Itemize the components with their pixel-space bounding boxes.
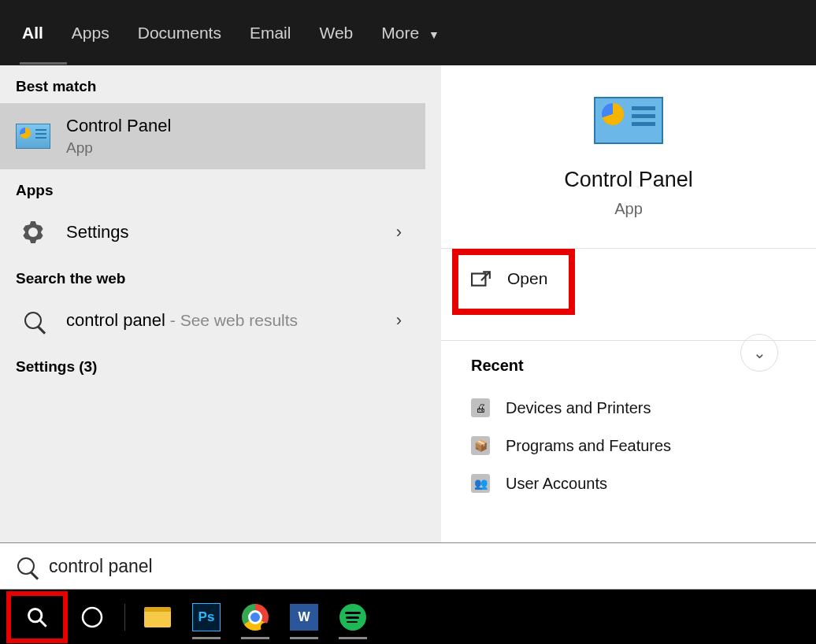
magnifier-icon	[16, 308, 50, 333]
control-panel-icon	[594, 97, 663, 144]
search-icon	[26, 606, 48, 628]
tab-documents[interactable]: Documents	[138, 2, 221, 65]
preview-pane: Control Panel App Open ⌄ Recent	[441, 65, 816, 542]
gear-icon	[16, 220, 50, 245]
tab-apps[interactable]: Apps	[72, 2, 109, 65]
cortana-icon	[80, 605, 104, 629]
control-panel-icon	[16, 124, 50, 149]
result-web-search[interactable]: control panel - See web results ›	[0, 295, 425, 346]
photoshop-icon: Ps	[192, 603, 221, 631]
taskbar-separator	[124, 604, 125, 631]
svg-point-1	[29, 609, 42, 621]
result-title: Control Panel	[66, 116, 410, 136]
search-filter-tabs: All Apps Documents Email Web More ▼	[0, 0, 816, 65]
svg-rect-0	[472, 274, 485, 286]
folder-icon	[144, 607, 171, 627]
open-label: Open	[507, 269, 547, 288]
chevron-down-icon: ⌄	[753, 343, 766, 362]
recent-item-user-accounts[interactable]: 👥 User Accounts	[471, 464, 786, 502]
open-button[interactable]: Open	[441, 249, 816, 309]
recent-item-label: Devices and Printers	[506, 399, 651, 417]
tab-all[interactable]: All	[22, 2, 43, 65]
chevron-right-icon: ›	[396, 310, 402, 331]
spotify-button[interactable]	[328, 594, 377, 641]
svg-point-3	[83, 608, 102, 627]
settings-count-header: Settings (3)	[0, 346, 425, 383]
spotify-icon	[339, 604, 366, 631]
preview-title: Control Panel	[441, 168, 816, 192]
tab-web[interactable]: Web	[319, 2, 353, 65]
chevron-down-icon: ▼	[428, 28, 440, 41]
search-bar	[0, 542, 816, 590]
tab-more[interactable]: More ▼	[381, 2, 440, 65]
open-external-icon	[471, 270, 491, 287]
result-settings[interactable]: Settings ›	[0, 207, 425, 257]
recent-item-programs-features[interactable]: 📦 Programs and Features	[471, 427, 786, 464]
printer-icon: 🖨	[471, 398, 490, 417]
result-subtitle: App	[66, 139, 410, 157]
web-tail: - See web results	[165, 311, 298, 329]
preview-subtitle: App	[441, 200, 816, 218]
taskbar: Ps W	[0, 590, 816, 644]
expand-button[interactable]: ⌄	[740, 334, 778, 372]
box-icon: 📦	[471, 436, 490, 455]
word-button[interactable]: W	[280, 594, 328, 641]
chrome-icon	[242, 604, 269, 631]
tab-more-label: More	[381, 24, 419, 42]
best-match-header: Best match	[0, 65, 425, 103]
file-explorer-button[interactable]	[133, 594, 182, 641]
web-query: control panel	[66, 310, 165, 330]
svg-line-2	[40, 620, 46, 626]
chrome-button[interactable]	[231, 594, 280, 641]
tab-email[interactable]: Email	[250, 2, 291, 65]
results-pane: Best match Control Panel App Apps Settin…	[0, 65, 425, 542]
settings-label: Settings	[66, 222, 129, 242]
cortana-button[interactable]	[68, 594, 117, 641]
recent-item-label: Programs and Features	[506, 437, 671, 455]
recent-item-label: User Accounts	[506, 475, 607, 493]
word-icon: W	[290, 604, 318, 631]
photoshop-button[interactable]: Ps	[182, 594, 231, 641]
result-control-panel[interactable]: Control Panel App	[0, 103, 425, 169]
search-input[interactable]	[49, 556, 799, 577]
chevron-right-icon: ›	[396, 222, 402, 242]
search-web-header: Search the web	[0, 257, 425, 295]
taskbar-search-button[interactable]	[6, 591, 68, 643]
recent-header: Recent	[471, 357, 786, 375]
recent-item-devices-printers[interactable]: 🖨 Devices and Printers	[471, 389, 786, 427]
apps-header: Apps	[0, 169, 425, 207]
users-icon: 👥	[471, 474, 490, 493]
magnifier-icon	[17, 557, 35, 575]
